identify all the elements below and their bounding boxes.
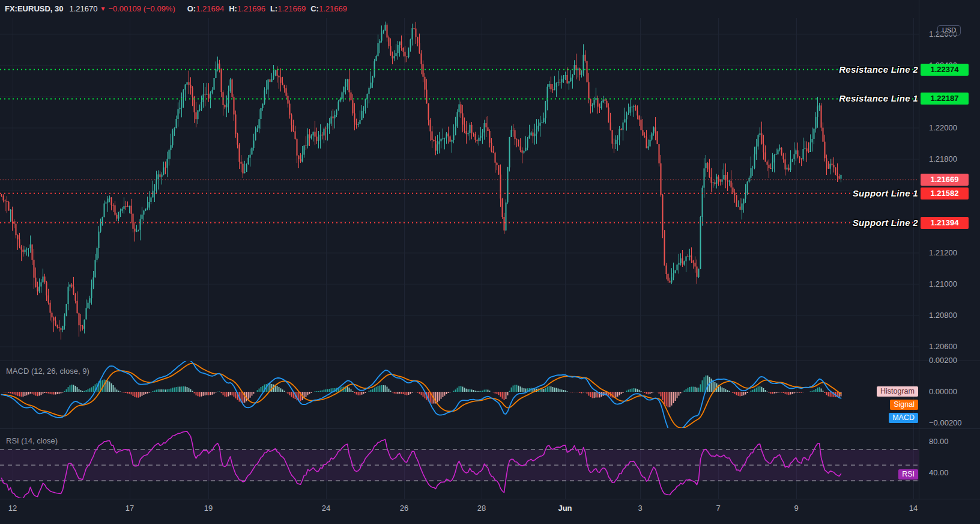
low-label: L: — [270, 4, 277, 13]
macd-pane-title[interactable]: MACD (12, 26, close, 9) — [6, 367, 89, 376]
high-value: 1.21696 — [237, 4, 265, 13]
rsi-pane-separator[interactable] — [0, 428, 980, 429]
low-value: 1.21669 — [277, 4, 306, 13]
rsi-legend-chip: RSI — [898, 469, 918, 480]
price-down-triangle-icon: ▼ — [100, 5, 106, 12]
time-axis-label: 28 — [470, 504, 494, 513]
price-axis-label: 0.00200 — [929, 356, 957, 365]
price-axis-label: 40.00 — [929, 468, 949, 478]
support-price-chip: 1.21394 — [921, 217, 969, 229]
time-axis-label: 19 — [196, 504, 220, 513]
close-value: 1.21669 — [319, 4, 347, 13]
macd-signal-legend-chip: Signal — [890, 400, 918, 410]
time-axis-label: 3 — [628, 504, 652, 513]
symbol-name[interactable]: FX:EURUSD, 30 — [5, 4, 64, 13]
time-axis-label: Jun — [553, 504, 577, 513]
high-label: H: — [229, 4, 237, 13]
tradingview-chart-window: FX:EURUSD, 30 1.21670 ▼ −0.00109 (−0.09%… — [0, 0, 980, 524]
symbol-info-bar: FX:EURUSD, 30 1.21670 ▼ −0.00109 (−0.09%… — [0, 0, 347, 17]
level-name-label[interactable]: Support Line 1 — [853, 188, 918, 199]
level-lines[interactable] — [0, 70, 919, 223]
price-axis-label: 1.22000 — [929, 123, 957, 133]
time-axis-label: 17 — [118, 504, 142, 513]
level-name-label[interactable]: Resistance Line 1 — [839, 93, 918, 104]
support-price-chip: 1.21582 — [921, 187, 969, 200]
level-name-label[interactable]: Resistance Line 2 — [839, 64, 918, 75]
time-axis-label: 7 — [706, 504, 730, 513]
time-axis-label: 24 — [314, 504, 338, 513]
chart-canvas[interactable] — [0, 0, 919, 499]
level-name-label[interactable]: Support Line 2 — [853, 218, 918, 228]
macd-histogram-legend-chip: Histogram — [877, 386, 918, 397]
resistance-price-chip: 1.22374 — [921, 64, 969, 76]
price-axis[interactable]: USD 1.226001.224001.220001.218001.212001… — [919, 0, 980, 499]
time-axis-label: 26 — [392, 504, 416, 513]
price-axis-label: 1.20600 — [929, 342, 957, 352]
price-axis-label: 1.21800 — [929, 154, 957, 164]
price-axis-label: −0.00200 — [929, 418, 962, 428]
macd-line-legend-chip: MACD — [889, 413, 918, 423]
price-axis-label: 1.20800 — [929, 311, 957, 320]
current-price-chip: 1.21669 — [921, 174, 969, 186]
macd-pane[interactable] — [2, 361, 841, 434]
time-axis[interactable]: 121719242628Jun37914 — [0, 499, 980, 524]
resistance-price-chip: 1.22187 — [921, 93, 969, 105]
open-label: O: — [187, 4, 196, 13]
price-axis-label: 1.21200 — [929, 248, 957, 258]
price-axis-label: 1.21000 — [929, 279, 957, 289]
grid — [0, 18, 919, 499]
currency-toggle-button[interactable]: USD — [937, 25, 961, 35]
macd-pane-separator[interactable] — [0, 361, 980, 361]
close-label: C: — [310, 4, 319, 13]
time-axis-label: 12 — [1, 504, 25, 513]
open-value: 1.21694 — [196, 4, 224, 13]
last-price: 1.21670 — [70, 4, 98, 13]
time-axis-label: 14 — [901, 504, 925, 513]
rsi-pane-title[interactable]: RSI (14, close) — [6, 436, 58, 445]
price-axis-label: 0.00000 — [929, 387, 957, 397]
time-axis-label: 9 — [784, 504, 808, 513]
price-axis-label: 80.00 — [929, 437, 949, 446]
price-change: −0.00109 (−0.09%) — [108, 4, 175, 13]
